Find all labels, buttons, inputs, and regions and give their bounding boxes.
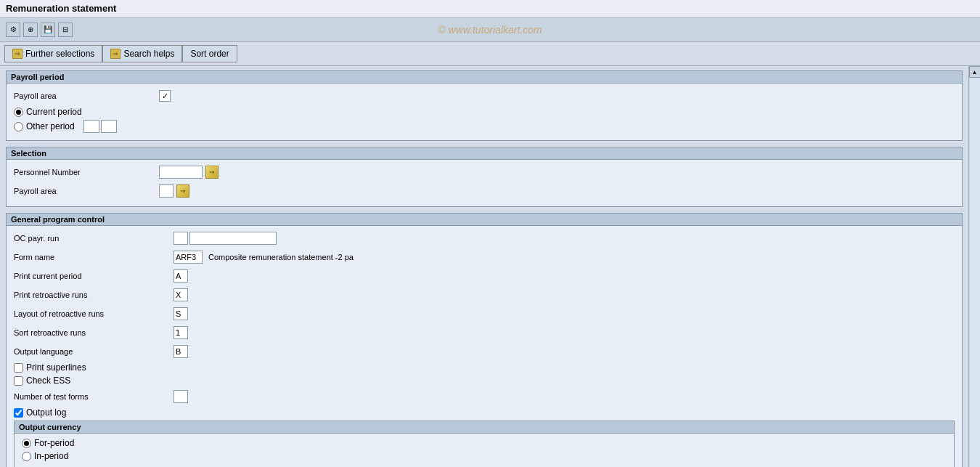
- current-period-radio[interactable]: [14, 107, 23, 117]
- selection-payroll-area-lookup-btn[interactable]: ⇒: [176, 184, 189, 198]
- print-current-period-value: A: [173, 269, 188, 283]
- other-period-label: Other period: [26, 121, 75, 131]
- output-language-row: Output language B: [14, 344, 955, 360]
- oc-payr-run-row: OC payr. run: [14, 230, 955, 246]
- title-bar: Remuneration statement: [0, 0, 980, 17]
- find-icon[interactable]: ⊕: [23, 23, 38, 37]
- scroll-up-arrow[interactable]: ▲: [969, 66, 981, 78]
- payroll-period-header: Payroll period: [7, 71, 962, 84]
- payroll-area-label: Payroll area: [14, 92, 159, 100]
- tabs-bar: ⇒ Further selections ⇒ Search helps Sort…: [0, 42, 980, 66]
- number-test-forms-row: Number of test forms: [14, 389, 955, 405]
- further-selections-label: Further selections: [25, 49, 94, 59]
- layout-retroactive-runs-value: S: [173, 307, 188, 320]
- in-period-label: In-period: [34, 451, 68, 461]
- check-ess-checkbox[interactable]: [14, 376, 23, 386]
- sort-retroactive-runs-label: Sort retroactive runs: [14, 328, 173, 337]
- scroll-track[interactable]: [970, 78, 980, 467]
- search-helps-arrow-icon: ⇒: [110, 49, 121, 59]
- for-period-row: For-period: [22, 438, 947, 448]
- sort-retroactive-runs-row: Sort retroactive runs 1: [14, 325, 955, 341]
- sort-retroactive-runs-value: 1: [173, 326, 188, 339]
- further-selections-arrow-icon: ⇒: [12, 49, 23, 59]
- general-program-control-body: OC payr. run Form name ARF3 Composite re…: [7, 226, 962, 467]
- in-period-row: In-period: [22, 451, 947, 461]
- tab-further-selections[interactable]: ⇒ Further selections: [4, 45, 102, 62]
- right-scrollbar: ▲ ▼: [968, 66, 980, 467]
- payroll-period-body: Payroll area Current period Other period: [7, 84, 962, 140]
- oc-payr-run-input-2[interactable]: [189, 232, 277, 245]
- print-retroactive-runs-row: Print retroactive runs X: [14, 287, 955, 303]
- other-period-inputs: [83, 120, 117, 133]
- sort-order-label: Sort order: [190, 49, 229, 59]
- output-log-checkbox[interactable]: [14, 408, 23, 418]
- output-currency-header: Output currency: [15, 421, 954, 434]
- personnel-number-row: Personnel Number ⇒: [14, 164, 955, 180]
- current-period-label: Current period: [26, 107, 82, 117]
- check-ess-label: Check ESS: [26, 375, 70, 386]
- number-test-forms-input[interactable]: [173, 390, 188, 403]
- general-program-control-section: General program control OC payr. run For…: [6, 213, 963, 467]
- selection-section: Selection Personnel Number ⇒ Payroll are…: [6, 147, 963, 207]
- watermark: © www.tutorialkart.com: [438, 24, 542, 36]
- tab-sort-order[interactable]: Sort order: [182, 45, 237, 62]
- current-period-row: Current period: [14, 107, 955, 117]
- output-language-label: Output language: [14, 347, 173, 356]
- print-retroactive-runs-value: X: [173, 288, 188, 301]
- for-period-radio[interactable]: [22, 439, 31, 448]
- for-period-label: For-period: [34, 438, 74, 448]
- toolbar-icons: ⚙ ⊕ 💾 ⊟: [6, 23, 73, 37]
- main-content: Payroll period Payroll area Current peri…: [0, 66, 980, 467]
- oc-payr-inputs: [173, 232, 277, 245]
- payroll-period-section: Payroll period Payroll area Current peri…: [6, 70, 963, 141]
- toolbar: ⚙ ⊕ 💾 ⊟ © www.tutorialkart.com: [0, 17, 980, 42]
- layout-retroactive-runs-row: Layout of retroactive runs S: [14, 306, 955, 322]
- search-helps-label: Search helps: [123, 49, 174, 59]
- oc-payr-run-label: OC payr. run: [14, 234, 173, 243]
- in-period-radio[interactable]: [22, 452, 31, 461]
- general-program-control-header: General program control: [7, 214, 962, 226]
- other-period-input-1[interactable]: [83, 120, 99, 133]
- output-log-label: Output log: [26, 407, 66, 418]
- form-name-value: ARF3: [173, 251, 203, 264]
- personnel-number-lookup-btn[interactable]: ⇒: [205, 166, 219, 179]
- other-period-radio[interactable]: [14, 122, 23, 131]
- payroll-area-row: Payroll area: [14, 88, 955, 104]
- selection-payroll-area-input[interactable]: [159, 184, 173, 198]
- save-icon[interactable]: 💾: [41, 23, 55, 37]
- personnel-number-label: Personnel Number: [14, 168, 159, 176]
- other-period-row: Other period: [14, 120, 955, 133]
- other-period-input-2[interactable]: [101, 120, 117, 133]
- form-name-label: Form name: [14, 253, 173, 261]
- print-current-period-row: Print current period A: [14, 268, 955, 284]
- selection-payroll-area-label: Payroll area: [14, 187, 159, 195]
- print-retroactive-runs-label: Print retroactive runs: [14, 291, 173, 299]
- output-language-value: B: [173, 345, 188, 358]
- output-log-row: Output log: [14, 407, 955, 418]
- check-ess-row: Check ESS: [14, 375, 955, 386]
- print-superlines-row: Print superlines: [14, 362, 955, 373]
- selection-header: Selection: [7, 147, 962, 160]
- print-current-period-label: Print current period: [14, 272, 173, 280]
- print-superlines-label: Print superlines: [26, 362, 86, 373]
- execute-icon[interactable]: ⚙: [6, 23, 20, 37]
- oc-payr-run-input-1[interactable]: [173, 232, 188, 245]
- selection-payroll-area-row: Payroll area ⇒: [14, 183, 955, 199]
- output-currency-section: Output currency For-period In-period: [14, 421, 955, 467]
- app-title: Remuneration statement: [6, 3, 116, 14]
- output-currency-body: For-period In-period: [15, 434, 954, 467]
- tab-search-helps[interactable]: ⇒ Search helps: [102, 45, 182, 62]
- payroll-area-checkbox[interactable]: [159, 90, 171, 102]
- number-test-forms-label: Number of test forms: [14, 392, 173, 401]
- layout-icon[interactable]: ⊟: [58, 23, 73, 37]
- form-name-description: Composite remuneration statement -2 pa: [208, 253, 354, 261]
- content-area: Payroll period Payroll area Current peri…: [0, 66, 968, 467]
- print-superlines-checkbox[interactable]: [14, 363, 23, 373]
- personnel-number-input[interactable]: [159, 166, 203, 179]
- layout-retroactive-runs-label: Layout of retroactive runs: [14, 309, 173, 318]
- form-name-row: Form name ARF3 Composite remuneration st…: [14, 249, 955, 265]
- selection-body: Personnel Number ⇒ Payroll area ⇒: [7, 160, 962, 206]
